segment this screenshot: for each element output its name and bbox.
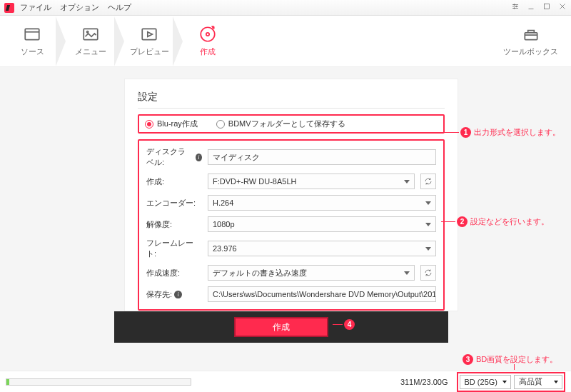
annotation-1: 1出力形式を選択します。 [460,127,560,138]
menu-option[interactable]: オプション [60,2,99,13]
annotation-number-icon: 2 [457,216,468,227]
window-controls [511,2,567,13]
radio-off-icon [216,120,225,129]
step-source-label: ソース [21,46,44,57]
annotation-3: 3BD画質を設定します。 [463,354,557,365]
refresh-icon [424,177,433,186]
menu-help[interactable]: ヘルプ [108,2,131,13]
label-framerate: フレームレート: [146,238,202,259]
step-create[interactable]: 作成 [180,16,236,66]
radio-bluray-label: Blu-ray作成 [157,119,198,129]
settings-panel: 設定 Blu-ray作成 BDMVフォルダーとして保存する ディスクラベル:i … [124,79,458,311]
settings-form: ディスクラベル:i マイディスク 作成: F:DVD+-RW DU-8A5LH … [138,139,445,311]
minimize-icon[interactable] [527,2,535,13]
menu-bar: ファイル オプション ヘルプ [20,2,131,13]
step-tabs: ソース メニュー プレビュー 作成 ツールボックス [0,16,571,67]
create-button[interactable]: 作成 [234,317,328,337]
disc-usage-meter [6,378,191,386]
svg-rect-18 [525,33,537,40]
label-encoder: エンコーダー: [146,198,202,208]
select-quality[interactable]: 高品質 [514,375,562,389]
annotation-number-icon: 4 [344,319,355,330]
annotation-number-icon: 1 [460,127,471,138]
radio-on-icon [145,120,153,129]
divider [138,108,445,109]
step-source[interactable]: ソース [4,16,60,66]
refresh-drive-button[interactable] [420,174,436,189]
toolbox-label: ツールボックス [503,46,558,57]
info-icon[interactable]: i [174,291,182,298]
select-bd-size[interactable]: BD (25G) [460,375,511,389]
annotation-line [441,221,455,222]
step-menu-label: メニュー [75,46,106,57]
svg-rect-7 [545,4,550,9]
svg-point-17 [206,33,209,36]
select-encoder[interactable]: H.264 [208,195,436,211]
panel-title: 設定 [138,91,445,104]
toolbox-button[interactable]: ツールボックス [503,25,558,57]
label-disclabel: ディスクラベル:i [146,146,202,168]
step-menu[interactable]: メニュー [63,16,118,66]
menu-icon [81,25,100,44]
annotation-2: 2設定などを行います。 [457,216,549,227]
refresh-speed-button[interactable] [420,265,436,281]
create-disc-icon [198,25,217,44]
refresh-icon [424,268,433,277]
toolbox-icon [522,25,540,44]
source-icon [23,25,41,44]
create-bar: 作成 [114,311,448,343]
maximize-icon[interactable] [542,2,551,13]
select-framerate[interactable]: 23.976 [208,241,436,256]
step-create-label: 作成 [200,46,216,57]
label-resolution: 解像度: [146,219,202,230]
annotation-line [514,364,515,370]
svg-marker-15 [148,32,153,37]
svg-rect-10 [25,29,39,39]
radio-bdmv-label: BDMVフォルダーとして保存する [228,119,345,129]
annotation-number-icon: 3 [463,354,473,365]
svg-rect-14 [142,29,156,39]
bd-quality-group: BD (25G) 高品質 [457,372,565,392]
input-disclabel[interactable]: マイディスク [208,149,436,165]
status-bar: 311M/23.00G BD (25G) 高品質 [0,371,571,392]
info-icon[interactable]: i [196,154,202,161]
step-preview[interactable]: プレビュー [121,16,177,66]
svg-point-13 [87,31,89,33]
select-resolution[interactable]: 1080p [208,216,436,232]
radio-bluray[interactable]: Blu-ray作成 [145,119,198,129]
header-settings-icon[interactable] [511,2,520,13]
output-format-group: Blu-ray作成 BDMVフォルダーとして保存する [138,114,445,134]
annotation-4: 4 [344,319,355,330]
input-savepath[interactable]: C:\Users\ws\Documents\Wondershare DVD Me… [208,286,436,302]
select-speed[interactable]: デフォルトの書き込み速度 [208,265,415,281]
radio-bdmv[interactable]: BDMVフォルダーとして保存する [216,119,345,129]
menu-file[interactable]: ファイル [20,2,51,13]
label-create: 作成: [146,176,202,187]
close-icon[interactable] [558,2,567,13]
preview-icon [140,25,158,44]
disc-size-text: 311M/23.00G [400,378,448,386]
step-preview-label: プレビュー [130,46,169,57]
select-create-drive[interactable]: F:DVD+-RW DU-8A5LH [208,174,415,189]
svg-point-16 [201,27,215,41]
annotation-line [373,132,459,133]
annotation-line [333,324,343,325]
label-savepath: 保存先:i [146,289,202,300]
label-speed: 作成速度: [146,268,202,278]
title-bar: ファイル オプション ヘルプ [0,0,571,16]
app-logo-icon [4,3,14,13]
